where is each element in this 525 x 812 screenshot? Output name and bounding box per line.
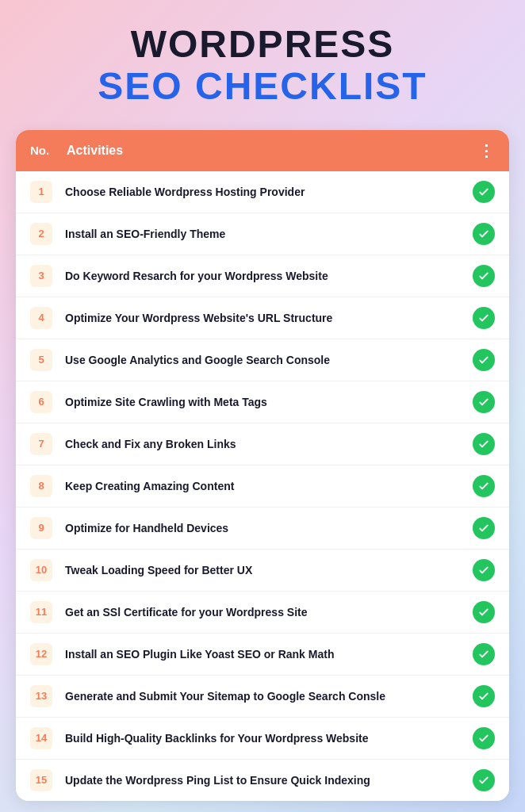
item-number: 8 [30, 475, 52, 497]
checklist-header: No. Activities ⋮ [16, 130, 509, 171]
item-number: 9 [30, 517, 52, 539]
title-seo: SEO CHECKLIST [98, 66, 427, 108]
item-text: Tweak Loading Speed for Better UX [65, 564, 460, 576]
list-item: 2Install an SEO-Friendly Theme [16, 213, 509, 255]
list-item: 11Get an SSl Certificate for your Wordpr… [16, 592, 509, 634]
list-item: 5Use Google Analytics and Google Search … [16, 339, 509, 381]
check-icon [473, 769, 495, 791]
item-number: 1 [30, 181, 52, 203]
item-number: 2 [30, 223, 52, 245]
item-text: Keep Creating Amazing Content [65, 480, 460, 492]
list-item: 15Update the Wordpress Ping List to Ensu… [16, 760, 509, 801]
check-icon [473, 727, 495, 749]
list-item: 10Tweak Loading Speed for Better UX [16, 550, 509, 592]
check-icon [473, 349, 495, 371]
item-number: 13 [30, 685, 52, 707]
item-number: 10 [30, 559, 52, 581]
header-dots: ⋮ [478, 141, 495, 160]
check-icon [473, 475, 495, 497]
item-number: 3 [30, 265, 52, 287]
list-item: 6Optimize Site Crawling with Meta Tags [16, 381, 509, 423]
check-icon [473, 307, 495, 329]
list-item: 13Generate and Submit Your Sitemap to Go… [16, 676, 509, 718]
header-no: No. [30, 144, 54, 157]
item-text: Build High-Quality Backlinks for Your Wo… [65, 732, 460, 745]
list-item: 7Check and Fix any Broken Links [16, 423, 509, 465]
check-icon [473, 685, 495, 707]
title-wordpress: WORDPRESS [98, 24, 427, 66]
check-icon [473, 391, 495, 413]
item-text: Use Google Analytics and Google Search C… [65, 354, 460, 366]
item-text: Check and Fix any Broken Links [65, 438, 460, 450]
check-icon [473, 559, 495, 581]
item-text: Optimize Site Crawling with Meta Tags [65, 396, 460, 408]
check-icon [473, 265, 495, 287]
item-number: 5 [30, 349, 52, 371]
item-text: Optimize Your Wordpress Website's URL St… [65, 312, 460, 324]
item-number: 12 [30, 643, 52, 665]
item-number: 7 [30, 433, 52, 455]
item-number: 11 [30, 601, 52, 623]
item-text: Install an SEO-Friendly Theme [65, 228, 460, 240]
header-activities: Activities [67, 144, 466, 158]
check-icon [473, 181, 495, 203]
item-text: Optimize for Handheld Devices [65, 522, 460, 534]
check-icon [473, 517, 495, 539]
checklist-rows: 1Choose Reliable Wordpress Hosting Provi… [16, 171, 509, 801]
item-number: 14 [30, 727, 52, 749]
list-item: 14Build High-Quality Backlinks for Your … [16, 718, 509, 760]
item-text: Get an SSl Certificate for your Wordpres… [65, 606, 460, 619]
item-number: 6 [30, 391, 52, 413]
list-item: 12Install an SEO Plugin Like Yoast SEO o… [16, 634, 509, 676]
item-text: Update the Wordpress Ping List to Ensure… [65, 774, 460, 787]
list-item: 4Optimize Your Wordpress Website's URL S… [16, 297, 509, 339]
item-text: Choose Reliable Wordpress Hosting Provid… [65, 186, 460, 198]
item-text: Do Keyword Resarch for your Wordpress We… [65, 270, 460, 282]
item-number: 15 [30, 769, 52, 791]
check-icon [473, 223, 495, 245]
check-icon [473, 643, 495, 665]
list-item: 1Choose Reliable Wordpress Hosting Provi… [16, 171, 509, 213]
item-number: 4 [30, 307, 52, 329]
list-item: 3Do Keyword Resarch for your Wordpress W… [16, 255, 509, 297]
check-icon [473, 601, 495, 623]
checklist-container: No. Activities ⋮ 1Choose Reliable Wordpr… [16, 130, 509, 801]
item-text: Install an SEO Plugin Like Yoast SEO or … [65, 648, 460, 661]
item-text: Generate and Submit Your Sitemap to Goog… [65, 690, 460, 703]
list-item: 9Optimize for Handheld Devices [16, 508, 509, 550]
list-item: 8Keep Creating Amazing Content [16, 465, 509, 508]
check-icon [473, 433, 495, 455]
title-section: WORDPRESS SEO CHECKLIST [98, 24, 427, 108]
